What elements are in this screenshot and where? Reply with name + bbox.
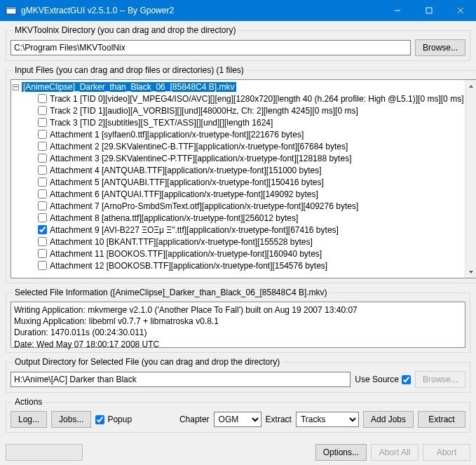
extract-button[interactable]: Extract <box>418 411 465 428</box>
toolnix-path-input[interactable] <box>11 40 411 55</box>
info-line: Muxing Application: libebml v0.7.7 + lib… <box>14 316 462 327</box>
abort-all-button: Abort All <box>371 444 419 461</box>
track-label: Attachment 12 [BOOKOSB.TTF][application/… <box>50 261 327 271</box>
toolnix-section: MKVToolnix Directory (you can drag and d… <box>6 25 470 61</box>
chapter-label: Chapter <box>179 415 210 424</box>
jobs-button[interactable]: Jobs... <box>51 411 91 428</box>
tree-root[interactable]: − [AnimeClipse]_Darker_than_Black_06_[85… <box>13 81 463 93</box>
info-line: Writing Application: mkvmerge v2.1.0 ('A… <box>14 304 462 316</box>
output-browse-button: Browse... <box>415 371 465 388</box>
actions-legend: Actions <box>13 397 44 407</box>
track-label: Track 2 [TID 1][audio][A_VORBIS][][und][… <box>50 106 358 116</box>
app-icon <box>6 5 17 16</box>
track-checkbox[interactable] <box>38 94 47 103</box>
track-label: Attachment 11 [BOOKOS.TTF][application/x… <box>50 249 322 259</box>
scroll-up-icon[interactable] <box>465 80 476 92</box>
actions-section: Actions Log... Jobs... Popup Chapter OGM… <box>6 397 470 433</box>
status-bar: Options... Abort All Abort <box>0 441 476 465</box>
track-checkbox[interactable] <box>38 118 47 127</box>
track-checkbox[interactable] <box>38 237 47 246</box>
track-item[interactable]: Attachment 3 [29.SKValentineC-P.TTF][app… <box>13 152 463 164</box>
log-button[interactable]: Log... <box>11 411 47 428</box>
toolnix-legend: MKVToolnix Directory (you can drag and d… <box>13 25 238 35</box>
status-box <box>6 444 83 461</box>
popup-checkbox[interactable] <box>95 415 104 424</box>
track-checkbox[interactable] <box>38 225 47 234</box>
svg-marker-6 <box>469 85 473 88</box>
use-source-checkbox[interactable] <box>402 375 411 384</box>
svg-rect-1 <box>6 7 16 9</box>
toolnix-browse-button[interactable]: Browse... <box>415 39 465 56</box>
track-label: Attachment 3 [29.SKValentineC-P.TTF][app… <box>50 154 351 163</box>
track-label: Attachment 9 [AVI-B227 ΞΟΞμ Ξ".ttf][appl… <box>50 225 339 235</box>
track-label: Attachment 10 [BKANT.TTF][application/x-… <box>50 237 313 247</box>
scroll-down-icon[interactable] <box>465 266 476 278</box>
output-path-input[interactable] <box>11 372 351 387</box>
track-item[interactable]: Attachment 4 [ANTQUAB.TTF][application/x… <box>13 164 463 176</box>
svg-rect-3 <box>426 8 432 13</box>
track-checkbox[interactable] <box>38 177 47 187</box>
track-item[interactable]: Attachment 1 [sylfaen0.ttf][application/… <box>13 128 463 140</box>
window-title: gMKVExtractGUI v2.5.1.0 -- By Gpower2 <box>21 6 381 15</box>
info-line: Duration: 1470.011s (00:24:30.011) <box>14 327 462 338</box>
tree-scrollbar[interactable] <box>465 80 476 278</box>
track-checkbox[interactable] <box>38 166 47 175</box>
track-label: Attachment 6 [ANTQUAI.TTF][application/x… <box>50 189 318 199</box>
track-checkbox[interactable] <box>38 201 47 210</box>
track-item[interactable]: Attachment 8 [athena.ttf][application/x-… <box>13 212 463 224</box>
track-checkbox[interactable] <box>38 142 47 151</box>
maximize-button[interactable] <box>413 0 444 21</box>
track-checkbox[interactable] <box>38 106 47 115</box>
info-line: Date: Wed May 07 18:00:17 2008 UTC <box>14 339 462 350</box>
popup-label: Popup <box>107 415 132 424</box>
input-section: Input Files (you can drag and drop files… <box>6 65 476 283</box>
track-checkbox[interactable] <box>38 213 47 222</box>
track-label: Track 1 [TID 0][video][V_MPEG4/ISO/AVC][… <box>50 94 463 104</box>
track-item[interactable]: Attachment 9 [AVI-B227 ΞΟΞμ Ξ".ttf][appl… <box>13 224 463 236</box>
tracks-tree[interactable]: − [AnimeClipse]_Darker_than_Black_06_[85… <box>11 80 465 278</box>
options-button[interactable]: Options... <box>315 444 367 461</box>
track-checkbox[interactable] <box>38 130 47 139</box>
track-checkbox[interactable] <box>38 154 47 163</box>
root-file-label[interactable]: [AnimeClipse]_Darker_than_Black_06_[8584… <box>22 82 236 92</box>
track-label: Attachment 1 [sylfaen0.ttf][application/… <box>50 130 304 140</box>
collapse-icon[interactable]: − <box>13 84 19 90</box>
track-item[interactable]: Attachment 11 [BOOKOS.TTF][application/x… <box>13 248 463 260</box>
track-label: Attachment 5 [ANTQUABI.TTF][application/… <box>50 177 324 187</box>
input-legend: Input Files (you can drag and drop files… <box>13 65 246 75</box>
info-section: Selected File Information ([AnimeClipse]… <box>6 288 470 353</box>
svg-marker-7 <box>469 271 473 274</box>
track-item[interactable]: Attachment 6 [ANTQUAI.TTF][application/x… <box>13 188 463 200</box>
info-text: Writing Application: mkvmerge v2.1.0 ('A… <box>11 302 465 348</box>
add-jobs-button[interactable]: Add Jobs <box>363 411 414 428</box>
output-legend: Output Directory for Selected File (you … <box>13 357 282 367</box>
close-button[interactable] <box>444 0 476 21</box>
extract-mode-select[interactable]: Tracks <box>296 412 359 427</box>
track-label: Attachment 8 [athena.ttf][application/x-… <box>50 213 298 223</box>
track-label: Attachment 2 [29.SKValentineC-B.TTF][app… <box>50 142 348 151</box>
chapter-select[interactable]: OGM <box>214 412 261 427</box>
track-item[interactable]: Attachment 7 [ArnoPro-SmbdSmText.otf][ap… <box>13 200 463 212</box>
track-item[interactable]: Attachment 12 [BOOKOSB.TTF][application/… <box>13 260 463 271</box>
track-label: Track 3 [TID 2][subtitles][S_TEXT/ASS][]… <box>50 118 273 128</box>
track-item[interactable]: Track 3 [TID 2][subtitles][S_TEXT/ASS][]… <box>13 116 463 128</box>
output-section: Output Directory for Selected File (you … <box>6 357 470 393</box>
abort-button: Abort <box>423 444 470 461</box>
titlebar: gMKVExtractGUI v2.5.1.0 -- By Gpower2 <box>0 0 476 21</box>
track-checkbox[interactable] <box>38 249 47 258</box>
info-legend: Selected File Information ([AnimeClipse]… <box>13 288 329 297</box>
extract-mode-label: Extract <box>266 415 292 424</box>
track-checkbox[interactable] <box>38 189 47 198</box>
use-source-label: Use Source <box>355 375 399 384</box>
track-label: Attachment 4 [ANTQUAB.TTF][application/x… <box>50 166 322 175</box>
track-label: Attachment 7 [ArnoPro-SmbdSmText.otf][ap… <box>50 201 358 211</box>
minimize-button[interactable] <box>381 0 413 21</box>
track-item[interactable]: Attachment 10 [BKANT.TTF][application/x-… <box>13 236 463 248</box>
track-checkbox[interactable] <box>38 261 47 270</box>
track-item[interactable]: Attachment 2 [29.SKValentineC-B.TTF][app… <box>13 140 463 152</box>
track-item[interactable]: Track 1 [TID 0][video][V_MPEG4/ISO/AVC][… <box>13 93 463 105</box>
track-item[interactable]: Track 2 [TID 1][audio][A_VORBIS][][und][… <box>13 105 463 116</box>
track-item[interactable]: Attachment 5 [ANTQUABI.TTF][application/… <box>13 176 463 188</box>
